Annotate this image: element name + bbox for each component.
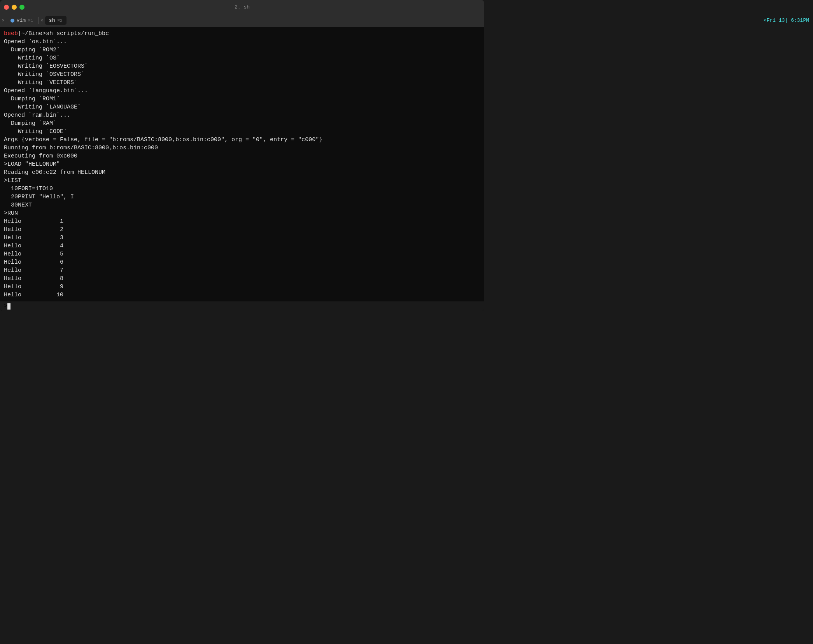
terminal-line: Hello 5 — [4, 250, 480, 258]
tab-sh-shortcut: ⌘2 — [57, 18, 62, 23]
traffic-lights — [4, 5, 25, 10]
tab-vim-dot — [11, 19, 14, 23]
output-container: Opened `os.bin`... Dumping `ROM2` Writin… — [4, 38, 480, 299]
terminal-line: Reading e00:e22 from HELLONUM — [4, 168, 480, 177]
terminal-window: 2. sh × vim ⌘1 × sh ⌘2 <Fri 13| 6:31PM b… — [0, 0, 484, 311]
close-button[interactable] — [4, 5, 9, 10]
tab-bar: × vim ⌘1 × sh ⌘2 <Fri 13| 6:31PM — [0, 14, 484, 27]
tab-separator — [39, 17, 39, 24]
title-bar: 2. sh — [0, 0, 484, 14]
terminal-line: Opened `os.bin`... — [4, 38, 480, 46]
terminal-line: Args {verbose = False, file = "b:roms/BA… — [4, 136, 480, 144]
terminal-line: 30NEXT — [4, 201, 480, 209]
terminal-line: Hello 6 — [4, 258, 480, 266]
terminal-line: Opened `language.bin`... — [4, 87, 480, 95]
prompt-line: beeb|~/Bine>sh scripts/run_bbc — [4, 30, 480, 38]
terminal-line: Hello 4 — [4, 242, 480, 250]
terminal-line: 20PRINT "Hello", I — [4, 193, 480, 201]
terminal-line: Writing `LANGUAGE` — [4, 103, 480, 111]
minimize-button[interactable] — [12, 5, 17, 10]
terminal-line: Hello 1 — [4, 217, 480, 226]
terminal-line: Dumping `ROM2` — [4, 46, 480, 54]
tab-vim-close[interactable]: × — [2, 18, 5, 23]
terminal-line: Writing `OS` — [4, 54, 480, 62]
terminal-line: Hello 10 — [4, 291, 480, 299]
window-title: 2. sh — [235, 4, 250, 10]
maximize-button[interactable] — [19, 5, 25, 10]
prompt-path: |~/Bine> — [18, 30, 46, 38]
terminal-line: Running from b:roms/BASIC:8000,b:os.bin:… — [4, 144, 480, 152]
terminal-line: Hello 8 — [4, 275, 480, 283]
tab-vim-shortcut: ⌘1 — [28, 18, 33, 23]
terminal-line: Executing from 0xc000 — [4, 152, 480, 160]
tab-vim[interactable]: vim ⌘1 — [7, 16, 37, 25]
prompt-beeb: beeb — [4, 30, 18, 38]
terminal-line: Writing `EOSVECTORS` — [4, 62, 480, 70]
tab-sh-label: sh — [49, 18, 55, 23]
cursor — [7, 303, 11, 310]
terminal-line: Hello 2 — [4, 226, 480, 234]
tab-sh-close[interactable]: × — [40, 18, 43, 23]
input-line[interactable]: > — [0, 301, 484, 311]
input-prompt: > — [4, 303, 7, 310]
tab-vim-label: vim — [17, 18, 26, 23]
prompt-cmd: sh scripts/run_bbc — [46, 30, 109, 38]
terminal-line: Dumping `ROM1` — [4, 95, 480, 103]
terminal-line: Opened `ram.bin`... — [4, 111, 480, 119]
terminal-line: 10FORI=1TO10 — [4, 185, 480, 193]
terminal-output[interactable]: beeb|~/Bine>sh scripts/run_bbc Opened `o… — [0, 27, 484, 301]
terminal-line: Writing `CODE` — [4, 128, 480, 136]
tab-sh[interactable]: sh ⌘2 — [45, 16, 67, 25]
terminal-line: >RUN — [4, 209, 480, 217]
terminal-line: Hello 9 — [4, 283, 480, 291]
terminal-line: Writing `VECTORS` — [4, 79, 480, 87]
terminal-line: Hello 3 — [4, 234, 480, 242]
terminal-line: >LOAD "HELLONUM" — [4, 160, 480, 168]
terminal-line: Writing `OSVECTORS` — [4, 70, 480, 79]
terminal-line: Dumping `RAM` — [4, 119, 480, 128]
terminal-line: >LIST — [4, 177, 480, 185]
terminal-line: Hello 7 — [4, 266, 480, 275]
